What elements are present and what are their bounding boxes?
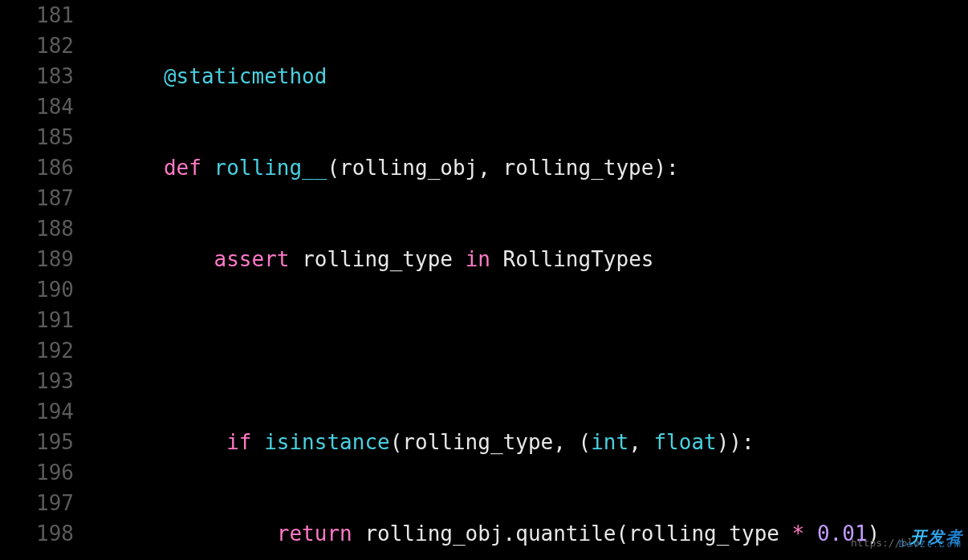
code-line: assert rolling_type in RollingTypes: [88, 244, 968, 274]
code-area[interactable]: @staticmethod def rolling__(rolling_obj,…: [88, 0, 968, 560]
line-number: 191: [0, 305, 74, 335]
line-number: 186: [0, 152, 74, 183]
code-line: [88, 335, 968, 366]
code-line: return rolling_obj.quantile(rolling_type…: [88, 518, 968, 549]
keyword-if: if: [226, 430, 251, 454]
code-editor[interactable]: 181 182 183 184 185 186 187 188 189 190 …: [0, 0, 968, 560]
line-number: 189: [0, 244, 74, 274]
line-number: 185: [0, 122, 74, 152]
line-number: 187: [0, 183, 74, 213]
code-line: if isinstance(rolling_type, (int, float)…: [88, 427, 968, 457]
line-number: 184: [0, 91, 74, 122]
line-number: 193: [0, 366, 74, 396]
keyword-return: return: [277, 521, 352, 546]
line-number: 196: [0, 457, 74, 488]
builtin-isinstance: isinstance: [264, 430, 390, 454]
line-number: 183: [0, 61, 74, 91]
line-number: 181: [0, 0, 74, 30]
code-line: def rolling__(rolling_obj, rolling_type)…: [88, 152, 968, 183]
line-number: 182: [0, 30, 74, 61]
code-line: @staticmethod: [88, 61, 968, 91]
line-number: 192: [0, 335, 74, 366]
line-number: 188: [0, 213, 74, 244]
keyword-assert: assert: [214, 247, 290, 271]
keyword-def: def: [164, 156, 201, 180]
watermark-brand-sub: DevZe.CoM: [899, 530, 963, 560]
function-name: rolling__: [214, 156, 327, 180]
line-number: 198: [0, 518, 74, 549]
line-number-gutter: 181 182 183 184 185 186 187 188 189 190 …: [0, 0, 88, 560]
line-number: 190: [0, 274, 74, 305]
line-number: 197: [0, 488, 74, 518]
line-number: 195: [0, 427, 74, 457]
keyword-in: in: [466, 247, 490, 271]
line-number: 194: [0, 396, 74, 427]
type-int: int: [591, 430, 628, 454]
type-float: float: [653, 430, 716, 454]
decorator: @staticmethod: [164, 64, 327, 88]
